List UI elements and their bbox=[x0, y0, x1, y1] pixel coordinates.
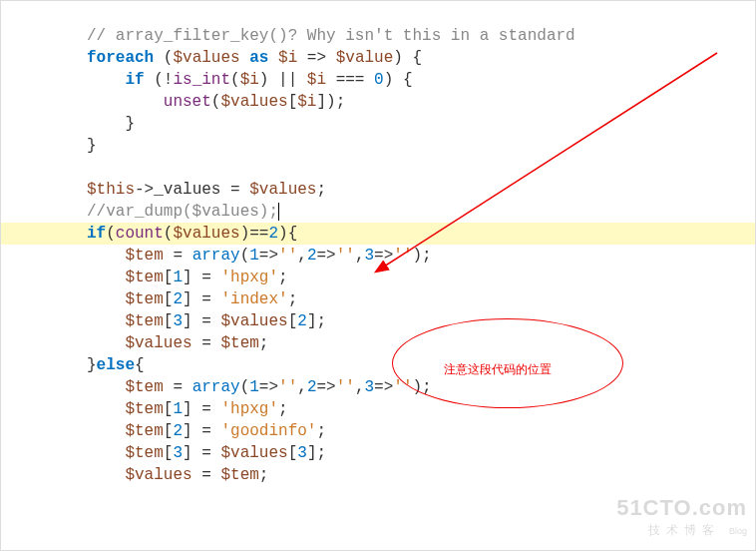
string-empty: '' bbox=[393, 247, 412, 265]
var-values: $values bbox=[125, 466, 191, 484]
string-empty: '' bbox=[278, 247, 297, 265]
var-i: $i bbox=[278, 49, 297, 67]
string-index: 'index' bbox=[220, 290, 287, 308]
watermark-sub: 技术博客 Blog bbox=[616, 519, 747, 542]
watermark: 51CTO.com 技术博客 Blog bbox=[616, 497, 747, 542]
var-tem: $tem bbox=[125, 247, 163, 265]
var-tem: $tem bbox=[125, 269, 163, 286]
fn-unset: unset bbox=[164, 93, 211, 111]
const-one: 1 bbox=[173, 269, 183, 286]
keyword-else: else bbox=[97, 356, 135, 374]
const-zero: 0 bbox=[374, 71, 384, 89]
var-values: $values bbox=[125, 334, 191, 352]
const-three: 3 bbox=[365, 378, 375, 396]
var-values: $values bbox=[220, 312, 287, 330]
const-two: 2 bbox=[173, 422, 183, 440]
var-this: $this bbox=[87, 181, 135, 199]
var-value: $value bbox=[336, 49, 394, 67]
var-tem: $tem bbox=[125, 312, 163, 330]
keyword-array: array bbox=[192, 247, 240, 265]
prop-values: _values bbox=[154, 181, 220, 199]
var-tem: $tem bbox=[125, 444, 163, 462]
const-two: 2 bbox=[307, 378, 317, 396]
var-tem: $tem bbox=[220, 466, 258, 484]
var-tem: $tem bbox=[125, 378, 163, 396]
string-goodinfo: 'goodinfo' bbox=[220, 422, 316, 440]
const-one: 1 bbox=[249, 378, 259, 396]
keyword-array: array bbox=[192, 378, 240, 396]
var-values: $values bbox=[173, 49, 239, 67]
var-values: $values bbox=[220, 444, 287, 462]
var-i: $i bbox=[297, 93, 316, 111]
var-values: $values bbox=[249, 181, 316, 199]
const-one: 1 bbox=[249, 247, 259, 265]
var-values: $values bbox=[220, 93, 287, 111]
const-two: 2 bbox=[307, 247, 317, 265]
const-two: 2 bbox=[173, 290, 183, 308]
text-cursor bbox=[278, 203, 279, 221]
keyword-foreach: foreach bbox=[87, 49, 154, 67]
const-two: 2 bbox=[268, 225, 278, 243]
const-three: 3 bbox=[173, 312, 183, 330]
string-hpxg: 'hpxg' bbox=[220, 269, 278, 286]
keyword-as: as bbox=[249, 49, 268, 67]
const-two: 2 bbox=[297, 312, 307, 330]
var-i: $i bbox=[240, 71, 259, 89]
var-tem: $tem bbox=[125, 400, 163, 418]
string-empty: '' bbox=[336, 247, 355, 265]
const-one: 1 bbox=[173, 400, 183, 418]
annotation-label: 注意这段代码的位置 bbox=[444, 358, 552, 380]
var-tem: $tem bbox=[125, 290, 163, 308]
keyword-if: if bbox=[87, 225, 106, 243]
string-empty: '' bbox=[278, 378, 297, 396]
var-values: $values bbox=[173, 225, 239, 243]
watermark-site: 51CTO.com bbox=[616, 497, 747, 519]
fn-isint: is_int bbox=[173, 71, 230, 89]
const-three: 3 bbox=[365, 247, 375, 265]
var-tem: $tem bbox=[125, 422, 163, 440]
comment-line: // array_filter_key()? Why isn't this in… bbox=[87, 27, 575, 45]
fn-count: count bbox=[116, 225, 164, 243]
const-three: 3 bbox=[297, 444, 307, 462]
var-tem: $tem bbox=[220, 334, 258, 352]
comment-vardump: //var_dump($values); bbox=[87, 203, 278, 221]
string-hpxg: 'hpxg' bbox=[220, 400, 278, 418]
code-block: // array_filter_key()? Why isn't this in… bbox=[87, 3, 575, 486]
string-empty: '' bbox=[336, 378, 355, 396]
const-three: 3 bbox=[173, 444, 183, 462]
var-i: $i bbox=[307, 71, 326, 89]
keyword-if: if bbox=[125, 71, 144, 89]
